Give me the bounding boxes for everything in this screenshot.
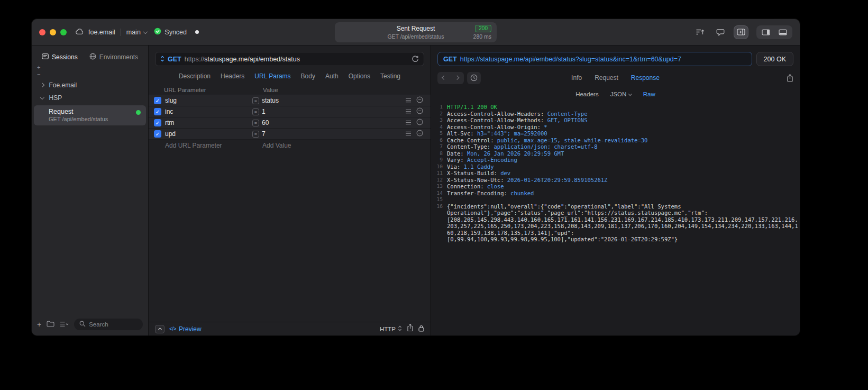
param-checkbox[interactable]: ✓ (154, 130, 161, 138)
remove-param-icon[interactable] (416, 107, 423, 116)
divider (121, 29, 121, 36)
drag-handle-icon[interactable] (405, 97, 412, 104)
protocol-label: HTTP (380, 326, 396, 332)
param-checkbox[interactable]: ✓ (154, 97, 161, 104)
request-tab-headers[interactable]: Headers (221, 72, 244, 80)
protocol-selector[interactable]: HTTP (380, 325, 402, 332)
remove-param-icon[interactable] (416, 96, 423, 105)
response-line: 6Cache-Control: public, max-age=15, stal… (431, 137, 800, 144)
new-folder-icon[interactable] (47, 320, 54, 329)
response-body[interactable]: 1HTTP/1.1 200 OK2Access-Control-Allow-He… (431, 102, 800, 335)
response-line: 3Access-Control-Allow-Methods: GET, OPTI… (431, 117, 800, 124)
header-value: Accept-Encoding (464, 157, 517, 163)
drag-handle-icon[interactable] (405, 119, 412, 126)
response-view-label: JSON (610, 91, 627, 97)
param-key[interactable]: slug (165, 97, 252, 104)
response-line: 60,218,159,138,178,135,173,141],"upd": (431, 230, 800, 237)
minimize-window-button[interactable] (50, 29, 56, 35)
request-tab-auth[interactable]: Auth (325, 72, 339, 80)
add-param-row[interactable]: Add URL Parameter Add Value (149, 140, 431, 151)
tab-sessions[interactable]: Sessions (42, 53, 78, 61)
collapse-editor-icon[interactable] (155, 325, 165, 333)
add-session-button[interactable]: + (37, 65, 148, 70)
param-value[interactable]: 1 (262, 108, 405, 115)
request-item-selected[interactable]: Request GET /api/embed/status (34, 105, 146, 125)
toggle-bottom-panel-icon[interactable] (775, 27, 791, 38)
tree-item-foe-email[interactable]: Foe.email (32, 79, 148, 92)
search-input[interactable]: Search (74, 319, 143, 330)
param-value[interactable]: 7 (262, 130, 405, 138)
response-line: 5Alt-Svc: h3=":443"; ma=2592000 (431, 130, 800, 137)
request-tab-options[interactable]: Options (349, 72, 370, 80)
line-number: 1 (431, 104, 447, 111)
response-request-url[interactable]: GET https://statuspage.me/api/embed/stat… (437, 52, 752, 66)
request-tab-testing[interactable]: Testing (380, 72, 400, 80)
method-stepper-icon[interactable] (160, 55, 165, 64)
response-view-raw[interactable]: Raw (643, 91, 655, 97)
feedback-bubble-icon[interactable] (714, 26, 727, 39)
param-key[interactable]: inc (165, 108, 252, 115)
search-icon (79, 321, 86, 328)
response-tab-response[interactable]: Response (631, 74, 660, 81)
request-method[interactable]: GET (168, 56, 181, 63)
lock-icon[interactable] (418, 324, 424, 334)
param-row: ✓upd=7 (149, 129, 431, 140)
zoom-window-button[interactable] (60, 29, 67, 35)
drag-handle-icon[interactable] (405, 108, 412, 115)
response-line: 8Date: Mon, 26 Jan 2026 20:29:59 GMT (431, 150, 800, 157)
request-url[interactable]: https://statuspage.me/api/embed/status (185, 56, 300, 63)
view-options-icon[interactable] (60, 320, 69, 329)
header-line: X-Status-Now-Utc: 2026-01-26T20:29:59.85… (447, 177, 607, 184)
response-method: GET (443, 56, 457, 63)
close-window-button[interactable] (39, 29, 45, 35)
header-value: Content-Type (544, 111, 587, 117)
param-value[interactable]: status (262, 97, 405, 104)
remove-param-icon[interactable] (416, 130, 423, 138)
share-request-icon[interactable] (407, 324, 414, 334)
toggle-response-panel-icon[interactable] (734, 26, 748, 39)
header-line: Date: Mon, 26 Jan 2026 20:29:59 GMT (447, 150, 564, 157)
param-row: ✓inc=1 (149, 106, 431, 117)
param-key[interactable]: rtm (165, 119, 252, 126)
remove-param-icon[interactable] (416, 119, 423, 127)
response-tab-info[interactable]: Info (571, 74, 582, 81)
request-url-bar[interactable]: GET https://statuspage.me/api/embed/stat… (155, 52, 424, 66)
branch-selector[interactable]: main (126, 29, 147, 36)
status-line: HTTP/1.1 200 OK (447, 104, 497, 111)
param-value[interactable]: 60 (262, 119, 405, 126)
project-name[interactable]: foe.email (88, 29, 115, 36)
remove-session-button[interactable]: − (37, 71, 148, 77)
param-checkbox[interactable]: ✓ (154, 108, 161, 115)
param-checkbox[interactable]: ✓ (154, 119, 161, 126)
request-tab-url-params[interactable]: URL Params (254, 72, 290, 80)
response-view-headers[interactable]: Headers (575, 91, 598, 97)
response-view-json[interactable]: JSON (610, 91, 632, 97)
header-line: Access-Control-Allow-Headers: Content-Ty… (447, 111, 588, 117)
history-clock-icon[interactable] (467, 72, 481, 84)
header-value: GET, OPTIONS (544, 117, 587, 123)
sync-status[interactable]: Synced (154, 28, 187, 37)
toggle-right-sidebar-icon[interactable] (758, 27, 774, 38)
tab-environments[interactable]: Environments (89, 53, 138, 61)
request-tab-description[interactable]: Description (179, 72, 211, 80)
add-param-key-placeholder[interactable]: Add URL Parameter (165, 142, 262, 149)
sent-request-summary[interactable]: Sent Request 200 GET /api/embed/status 2… (335, 22, 497, 42)
history-forward-button[interactable] (451, 73, 463, 83)
drag-handle-icon[interactable] (405, 130, 412, 138)
response-tab-request[interactable]: Request (595, 74, 618, 81)
history-back-button[interactable] (438, 73, 450, 83)
cloud-sync-icon (75, 28, 84, 37)
request-path: GET /api/embed/status (387, 33, 444, 40)
request-tab-body[interactable]: Body (301, 72, 315, 80)
tree-item-hsp[interactable]: HSP (32, 92, 148, 104)
preview-button[interactable]: </>Preview (169, 325, 202, 333)
sort-filter-icon[interactable] (693, 26, 707, 39)
line-number (431, 223, 447, 230)
export-response-icon[interactable] (787, 74, 793, 82)
add-param-value-placeholder[interactable]: Add Value (262, 142, 423, 149)
add-request-button[interactable]: + (37, 321, 41, 328)
tree-item-label: HSP (49, 94, 62, 102)
resend-request-icon[interactable] (412, 56, 419, 63)
param-key[interactable]: upd (165, 130, 252, 138)
header-value: application/json; charset=utf-8 (490, 143, 597, 150)
